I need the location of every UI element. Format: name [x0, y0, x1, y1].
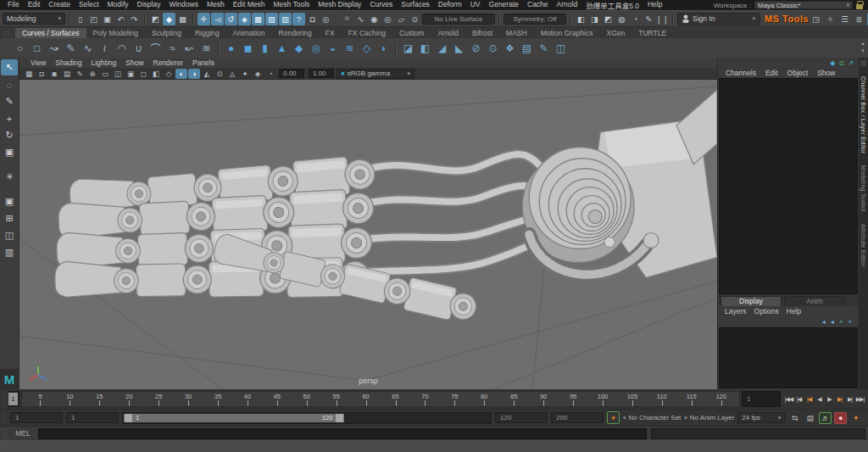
shelf-tab[interactable]: FX Caching — [342, 28, 392, 38]
auto-keyframe-button[interactable]: ✦ — [607, 411, 620, 424]
panel-menu-item[interactable]: Lighting — [86, 59, 120, 67]
timeline-tick[interactable]: 50 — [292, 392, 321, 406]
character-button[interactable]: ✦ — [849, 412, 862, 424]
ao-icon[interactable]: ◬ — [226, 69, 238, 79]
gate-mask-icon[interactable]: ◫ — [112, 69, 124, 79]
nurbs-square-icon[interactable]: □ — [29, 40, 45, 56]
command-language-toggle[interactable]: MEL — [12, 429, 34, 438]
go-to-start-button[interactable]: |◀◀ — [784, 393, 793, 405]
timeline-tick[interactable]: 65 — [381, 392, 410, 406]
menu-item[interactable]: Cache — [523, 0, 553, 10]
select-hierarchy-icon[interactable]: ◩ — [149, 13, 162, 25]
playhead[interactable]: 1 — [8, 393, 18, 405]
nurbs-sphere-icon[interactable]: ● — [223, 40, 239, 56]
shelf-tab[interactable]: Motion Graphics — [534, 28, 600, 38]
menu-set-selector[interactable]: Modeling ▾ — [3, 13, 65, 25]
hotbox-icon[interactable]: ✧ — [824, 13, 837, 25]
shelf-tab[interactable]: FX — [319, 28, 342, 38]
create-empty-layer-icon[interactable]: + — [839, 318, 843, 326]
shelf-tab[interactable]: MASH — [499, 28, 534, 38]
shelf-tab[interactable]: TURTLE — [632, 28, 673, 38]
move-layer-down-icon[interactable]: ◂ — [831, 318, 834, 326]
menu-item[interactable]: UV — [466, 0, 485, 10]
shelf-scroll-arrows[interactable]: ▲▼ — [860, 40, 865, 55]
menu-item[interactable]: Create — [44, 0, 75, 10]
redo-icon[interactable]: ↷ — [128, 13, 141, 25]
textured-icon[interactable]: ◑ — [188, 69, 200, 79]
range-slider-bar[interactable]: 1 120 — [124, 414, 344, 422]
ipr-render-icon[interactable]: ◩ — [602, 13, 615, 25]
image-plane-icon[interactable]: ✎ — [74, 69, 86, 79]
menu-item[interactable]: File — [3, 0, 24, 10]
select-handles-icon[interactable]: ✛ — [198, 13, 210, 25]
shelf-tab[interactable]: XGen — [600, 28, 632, 38]
ms-tools-logo[interactable]: MS Tools — [765, 14, 809, 24]
planar-icon[interactable]: ◇ — [359, 40, 375, 56]
layer-editor-menu-item[interactable]: Layers — [721, 307, 750, 315]
panel-menu-item[interactable]: View — [26, 59, 50, 67]
insert-knot-icon[interactable]: ≈ — [164, 40, 181, 56]
intersect-surfaces-icon[interactable]: ❖ — [502, 40, 518, 56]
menu-item[interactable]: Edit — [24, 0, 45, 10]
menu-item[interactable]: Select — [75, 0, 103, 10]
bezier-curve-icon[interactable]: ∿ — [80, 40, 96, 56]
snap-projected-center-icon[interactable]: ◎ — [381, 13, 394, 25]
sidebar-icon[interactable] — [860, 60, 866, 66]
attach-curves-icon[interactable]: ∪ — [131, 40, 147, 56]
select-misc-icon[interactable]: ? — [292, 13, 305, 25]
step-forward-frame-button[interactable]: ▶| — [845, 393, 854, 405]
layer-editor-tab[interactable]: Anim — [784, 296, 845, 306]
channel-lock-icon[interactable]: ◘ — [839, 59, 843, 67]
layer-editor-tab[interactable]: Display — [721, 296, 782, 306]
new-scene-icon[interactable]: ▯ — [74, 13, 86, 25]
shelf-tab[interactable]: Bifrost — [465, 28, 499, 38]
sculpt-brush-icon[interactable]: ✎ — [536, 40, 552, 56]
raise-windows-icon[interactable]: ◳ — [810, 13, 822, 25]
layout-four-pane[interactable]: ⊞ — [1, 210, 18, 226]
three-point-arc-icon[interactable]: ◠ — [114, 40, 130, 56]
sign-in-dropdown[interactable]: Sign In ▾ — [677, 13, 760, 25]
timeline-tick[interactable]: 110 — [647, 392, 676, 406]
step-back-frame-button[interactable]: |◀ — [794, 393, 804, 405]
loft-icon[interactable]: ≋ — [342, 40, 358, 56]
viewport-3d-canvas[interactable]: persp — [19, 80, 717, 389]
cv-curve-icon[interactable]: ↝ — [46, 40, 62, 56]
untrim-icon[interactable]: ⊙ — [485, 40, 501, 56]
snap-grid-icon[interactable]: ⌗ — [341, 13, 353, 25]
timeline-tick[interactable]: 100 — [588, 392, 618, 406]
workspace-lock-icon[interactable] — [856, 4, 863, 9]
trim-icon[interactable]: ⊘ — [468, 40, 484, 56]
wireframe-icon[interactable]: ◇ — [163, 69, 175, 79]
timeline-tick[interactable]: 85 — [499, 392, 529, 406]
layer-list[interactable] — [719, 327, 858, 388]
go-to-end-button[interactable]: ▶▶| — [855, 393, 865, 405]
menu-item[interactable]: Help — [643, 0, 666, 10]
shelf-tab[interactable]: Rendering — [272, 28, 319, 38]
paint-select-tool[interactable]: ✎ — [1, 93, 18, 109]
play-forwards-button[interactable]: ▶ — [825, 393, 834, 405]
project-curve-icon[interactable]: ▤ — [519, 40, 535, 56]
timeline-tick[interactable]: 40 — [232, 392, 262, 406]
sidebar-tab[interactable]: Attribute Editor — [860, 224, 866, 267]
nurbs-torus-icon[interactable]: ◎ — [308, 40, 324, 56]
ep-curve-icon[interactable]: ✎ — [63, 40, 79, 56]
symmetry-field[interactable]: Symmetry: Off — [504, 14, 566, 25]
render-view-icon[interactable]: ◧ — [575, 13, 587, 25]
layer-editor-menu-item[interactable]: Options — [751, 307, 782, 315]
menu-item[interactable]: Generate — [485, 0, 523, 10]
select-curves-icon[interactable]: ↺ — [225, 13, 237, 25]
timeline-tick[interactable]: 15 — [85, 392, 114, 406]
nurbs-plane-icon[interactable]: ◆ — [291, 40, 307, 56]
drag-handle[interactable] — [2, 391, 7, 407]
select-dynamics-icon[interactable]: ▨ — [265, 13, 278, 25]
sound-button[interactable]: ♬ — [819, 412, 832, 424]
paint-effects-icon[interactable]: ✎ — [643, 13, 655, 25]
bevel-plus-icon[interactable]: ◣ — [451, 40, 467, 56]
timeline-tick[interactable]: 55 — [321, 392, 351, 406]
shelf-tab[interactable]: Custom — [392, 28, 431, 38]
panel-menu-item[interactable]: Show — [121, 59, 147, 67]
snap-point-icon[interactable]: ◉ — [368, 13, 381, 25]
anim-layer-selector[interactable]: ▾ No Anim Layer — [684, 414, 734, 421]
playback-end-field[interactable]: 120 — [495, 412, 548, 423]
pencil-curve-icon[interactable]: ≀ — [97, 40, 113, 56]
